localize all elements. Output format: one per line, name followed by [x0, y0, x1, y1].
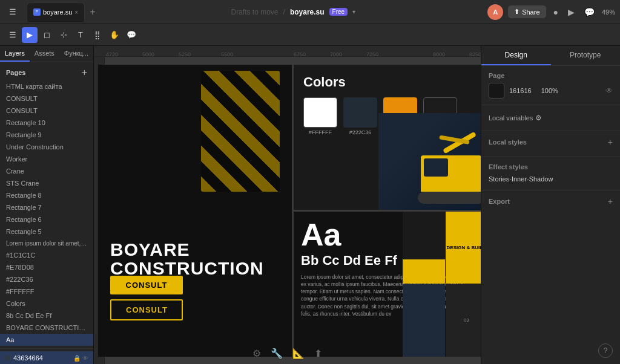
text-icon[interactable]: T — [73, 27, 88, 43]
pages-header: Pages + — [0, 62, 93, 80]
layer-icons: 🔒 👁 — [73, 355, 88, 362]
list-item[interactable]: HTML карта сайта — [0, 80, 93, 93]
top-right: A Page ⬆ Share ● ▶ 💬 49% — [487, 4, 615, 20]
grid-icon[interactable]: ⣿ — [90, 27, 105, 43]
mini-cell-3 — [403, 284, 445, 357]
eye-icon[interactable]: 👁 — [82, 355, 88, 362]
list-item[interactable]: Crane — [0, 165, 93, 177]
list-item[interactable]: Lorem ipsum dolor sit amet, conse... — [0, 238, 93, 249]
consult-button-filled[interactable]: CONSULT — [110, 276, 183, 294]
list-item[interactable]: Worker — [0, 153, 93, 165]
page-color-swatch[interactable] — [489, 83, 504, 99]
list-item[interactable]: Rectangle 10 — [0, 117, 93, 129]
shape-icon[interactable]: ⊹ — [56, 27, 71, 43]
lock-icon[interactable]: 🔒 — [73, 355, 81, 362]
zoom-percent[interactable]: 49% — [602, 8, 615, 16]
design-panel: Design Prototype Page 161616 100% 👁 Loca… — [481, 46, 620, 364]
local-variables-label: Local variables — [489, 114, 533, 122]
tab-functions[interactable]: Функц... — [59, 46, 93, 62]
list-item[interactable]: CONSULT — [0, 93, 93, 105]
excavator-block — [378, 113, 481, 210]
hand-icon[interactable]: ✋ — [107, 27, 122, 43]
export-header: Export + — [489, 197, 613, 206]
cs-wrapper: #222C36 — [343, 97, 377, 135]
page-color-value: 161616 — [509, 87, 532, 94]
comment-tool-icon[interactable]: 💬 — [124, 27, 139, 43]
list-item[interactable]: #E78D08 — [0, 261, 93, 273]
list-item[interactable]: Under Construction — [0, 141, 93, 153]
page-section-title: Page — [489, 72, 613, 79]
tab-assets[interactable]: Assets — [30, 46, 59, 62]
tab-close-icon[interactable]: × — [74, 9, 78, 16]
local-variables-button[interactable]: Local variables ⚙ — [489, 111, 613, 125]
local-styles-section: Local styles + — [481, 131, 620, 157]
layer-item[interactable]: 43634664 🔒 👁 — [0, 351, 93, 364]
tool-icon-2[interactable]: 🔧 — [271, 348, 283, 359]
colors-panel: Colors #FFFFFF #222C36 — [294, 65, 481, 210]
figma-icon[interactable]: ● — [551, 6, 561, 18]
list-item[interactable]: Rectangle 8 — [0, 189, 93, 201]
canvas[interactable]: 4720 5000 5250 5500 6750 7000 7250 8000 … — [94, 46, 481, 364]
brand-name: BOYARE CONSTRUCTION — [110, 240, 264, 278]
tab-design[interactable]: Design — [481, 46, 551, 65]
left-panel: Layers Assets Функц... Pages + HTML карт… — [0, 46, 94, 364]
breadcrumb-sep: / — [283, 8, 285, 16]
list-item-active[interactable]: Aa — [0, 334, 93, 346]
tab-prototype[interactable]: Prototype — [551, 46, 621, 65]
color-swatch-white — [303, 97, 337, 128]
page-opacity: 100% — [541, 87, 558, 94]
tool-icon-4[interactable]: ⬆ — [314, 348, 322, 359]
help-button[interactable]: ? — [598, 343, 613, 358]
list-item[interactable]: #222C36 — [0, 273, 93, 285]
play-icon[interactable]: ▶ — [566, 6, 577, 18]
design-panel-tabs: Design Prototype — [481, 46, 620, 66]
effect-item[interactable]: Stories-Inner-Shadow — [489, 174, 613, 184]
typography-panel: Aa Bb Cc Dd Ee Ff Lorem ipsum dolor sit … — [294, 212, 481, 357]
export-add-button[interactable]: + — [608, 197, 613, 206]
canvas-bottom-toolbar: ⚙ 🔧 📐 ⬆ — [252, 348, 322, 359]
list-item[interactable]: STS Crane — [0, 177, 93, 189]
site-name: boyare.su — [290, 8, 325, 16]
cs-wrapper: #FFFFFF — [303, 97, 337, 135]
tab-add-button[interactable]: + — [86, 7, 99, 18]
main-tab[interactable]: F boyare.su × — [27, 2, 85, 22]
avatar: A — [487, 4, 503, 20]
pages-add-button[interactable]: + — [82, 67, 87, 78]
canvas-content: BOYARE CONSTRUCTION CONSULT CONSULT Colo… — [105, 57, 481, 364]
list-item[interactable]: Rectangle 6 — [0, 213, 93, 226]
list-item[interactable]: #FFFFFF — [0, 285, 93, 297]
tab-label: boyare.su — [43, 8, 72, 16]
colors-title: Colors — [303, 74, 478, 90]
effect-styles-title: Effect styles — [489, 163, 613, 171]
list-item[interactable]: Rectangle 9 — [0, 129, 93, 141]
tool-icon-1[interactable]: ⚙ — [252, 348, 261, 359]
local-variables-section: Local variables ⚙ — [481, 105, 620, 131]
list-item[interactable]: BOYARE CONSTRUCTION — [0, 322, 93, 334]
consult-button-outline[interactable]: CONSULT — [110, 299, 183, 320]
mini-bottom-bar — [403, 259, 445, 284]
mini-num: 03 — [464, 317, 469, 323]
free-badge: Free — [329, 8, 348, 16]
list-item[interactable]: Colors — [0, 297, 93, 310]
eye-icon[interactable]: 👁 — [605, 86, 613, 95]
list-item[interactable]: Rectangle 5 — [0, 226, 93, 238]
list-item[interactable]: #1C1C1C — [0, 249, 93, 261]
top-center: Drafts to move / boyare.su Free ▾ — [103, 8, 484, 16]
dropdown-arrow-icon[interactable]: ▾ — [352, 8, 355, 15]
select-icon[interactable]: ▶ — [22, 27, 38, 43]
cabin — [424, 158, 448, 177]
list-item[interactable]: CONSULT — [0, 105, 93, 117]
share-button[interactable]: Page ⬆ Share — [508, 5, 546, 18]
drafts-label: Drafts to move — [231, 8, 279, 16]
effect-styles-section: Effect styles Stories-Inner-Shadow — [481, 157, 620, 190]
tab-layers[interactable]: Layers — [0, 46, 30, 62]
frame-icon[interactable]: ◻ — [39, 27, 54, 43]
color-label: #FFFFFF — [309, 129, 332, 135]
local-styles-add-button[interactable]: + — [608, 137, 613, 147]
list-item[interactable]: Rectangle 7 — [0, 201, 93, 213]
menu-icon[interactable]: ☰ — [5, 4, 21, 20]
comment-icon[interactable]: 💬 — [582, 6, 597, 18]
list-item[interactable]: 8b Cc Dd Ee Ff — [0, 310, 93, 322]
tool-icon-3[interactable]: 📐 — [292, 348, 305, 359]
layers-icon[interactable]: ☰ — [5, 27, 21, 43]
